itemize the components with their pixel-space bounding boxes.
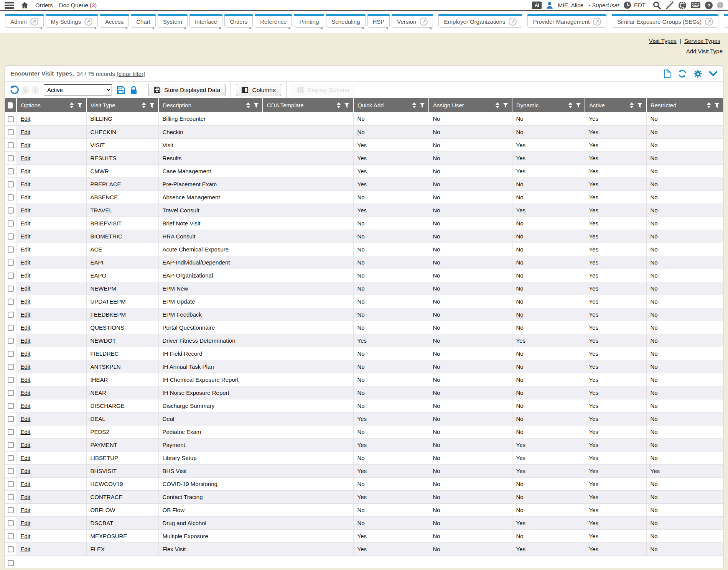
row-checkbox[interactable] bbox=[8, 155, 14, 161]
sort-icon[interactable] bbox=[568, 102, 572, 108]
open-in-new-arrow-icon[interactable]: ↗ bbox=[509, 18, 517, 26]
edit-link[interactable]: Edit bbox=[21, 350, 31, 357]
breadcrumb-doc-queue[interactable]: Doc Queue (3) bbox=[59, 2, 97, 8]
edit-link[interactable]: Edit bbox=[21, 311, 31, 318]
row-checkbox[interactable] bbox=[8, 207, 14, 214]
row-checkbox[interactable] bbox=[8, 351, 14, 357]
row-checkbox[interactable] bbox=[8, 533, 14, 539]
row-checkbox[interactable] bbox=[8, 377, 14, 383]
edit-link[interactable]: Edit bbox=[21, 259, 31, 266]
edit-link[interactable]: Edit bbox=[21, 429, 31, 435]
home-icon[interactable] bbox=[20, 1, 29, 10]
edit-link[interactable]: Edit bbox=[21, 233, 31, 240]
tab-reference[interactable]: Reference bbox=[255, 14, 292, 28]
prev-page-button[interactable]: ‹ bbox=[21, 86, 29, 94]
filter-funnel-icon[interactable] bbox=[254, 103, 259, 108]
tab-similar-exposure-groups-segs-[interactable]: Similar Exposure Groups (SEGs) ↗ bbox=[612, 14, 718, 28]
row-checkbox[interactable] bbox=[8, 364, 14, 370]
select-all-checkbox[interactable] bbox=[8, 102, 13, 108]
new-document-icon[interactable] bbox=[663, 69, 671, 78]
row-checkbox[interactable] bbox=[8, 260, 14, 266]
row-checkbox[interactable] bbox=[8, 325, 14, 331]
row-checkbox[interactable] bbox=[8, 455, 14, 461]
tab-hsp[interactable]: HSP bbox=[367, 14, 390, 28]
row-checkbox[interactable] bbox=[8, 416, 14, 422]
edit-link[interactable]: Edit bbox=[21, 246, 31, 253]
row-checkbox[interactable] bbox=[8, 246, 14, 253]
row-checkbox[interactable] bbox=[8, 312, 14, 318]
filter-funnel-icon[interactable] bbox=[503, 103, 508, 108]
edit-link[interactable]: Edit bbox=[21, 494, 31, 500]
open-in-new-arrow-icon[interactable]: ↗ bbox=[593, 18, 601, 26]
row-checkbox[interactable] bbox=[8, 233, 14, 240]
edit-link[interactable]: Edit bbox=[21, 468, 31, 474]
columns-button[interactable]: Columns bbox=[236, 84, 281, 96]
row-checkbox[interactable] bbox=[8, 520, 14, 526]
row-checkbox[interactable] bbox=[8, 546, 14, 552]
tab-interface[interactable]: Interface bbox=[189, 14, 222, 28]
ai-badge[interactable]: AI bbox=[532, 2, 542, 9]
edit-link[interactable]: Edit bbox=[21, 507, 31, 513]
row-checkbox[interactable] bbox=[8, 181, 14, 187]
row-checkbox[interactable] bbox=[8, 403, 14, 409]
globe-icon[interactable] bbox=[678, 1, 687, 10]
sort-icon[interactable] bbox=[630, 102, 634, 108]
collapse-chevron-icon[interactable] bbox=[709, 71, 718, 77]
row-checkbox[interactable] bbox=[8, 129, 14, 135]
edit-link[interactable]: Edit bbox=[21, 220, 31, 227]
row-checkbox[interactable] bbox=[8, 168, 14, 174]
tab-orders[interactable]: Orders bbox=[224, 14, 253, 28]
clock-icon[interactable] bbox=[623, 1, 631, 9]
store-displayed-data-button[interactable]: Store Displayed Data bbox=[148, 84, 226, 96]
sort-icon[interactable] bbox=[70, 102, 74, 108]
search-icon[interactable] bbox=[652, 1, 661, 10]
user-name[interactable]: MIE, Alice bbox=[558, 2, 583, 8]
sort-icon[interactable] bbox=[496, 102, 499, 108]
hamburger-menu-icon[interactable] bbox=[5, 2, 14, 9]
sort-icon[interactable] bbox=[707, 102, 711, 108]
edit-link[interactable]: Edit bbox=[21, 389, 31, 396]
edit-link[interactable]: Edit bbox=[21, 285, 31, 292]
add-visit-type-link[interactable]: Add Visit Type bbox=[686, 48, 723, 54]
tab-system[interactable]: System bbox=[158, 14, 188, 28]
edit-link[interactable]: Edit bbox=[21, 324, 31, 331]
edit-link[interactable]: Edit bbox=[21, 533, 31, 539]
tab-work-locations[interactable]: Work Locations ↗ bbox=[724, 14, 728, 28]
open-in-new-arrow-icon[interactable]: ↗ bbox=[420, 18, 428, 26]
row-checkbox[interactable] bbox=[8, 429, 14, 435]
user-icon[interactable] bbox=[545, 1, 554, 10]
row-checkbox[interactable] bbox=[8, 442, 14, 448]
edit-link[interactable]: Edit bbox=[21, 272, 31, 279]
tab-admin[interactable]: Admin ↗ bbox=[5, 14, 44, 28]
tab-version[interactable]: Version ↗ bbox=[392, 14, 433, 28]
row-checkbox[interactable] bbox=[8, 273, 14, 279]
breadcrumb-orders[interactable]: Orders bbox=[35, 2, 53, 8]
row-checkbox[interactable] bbox=[8, 481, 14, 487]
tab-employer-organizations[interactable]: Employer Organizations ↗ bbox=[438, 14, 522, 28]
filter-funnel-icon[interactable] bbox=[637, 103, 642, 108]
row-checkbox[interactable] bbox=[8, 299, 14, 305]
filter-funnel-icon[interactable] bbox=[420, 103, 425, 108]
tab-my-settings[interactable]: My Settings ↗ bbox=[46, 14, 98, 28]
edit-link[interactable]: Edit bbox=[21, 337, 31, 344]
sort-icon[interactable] bbox=[142, 102, 146, 108]
edit-link[interactable]: Edit bbox=[21, 520, 31, 526]
sort-icon[interactable] bbox=[337, 102, 341, 108]
row-checkbox[interactable] bbox=[8, 220, 14, 227]
sort-icon[interactable] bbox=[246, 102, 250, 108]
edit-link[interactable]: Edit bbox=[21, 402, 31, 409]
undo-icon[interactable] bbox=[10, 85, 19, 95]
visit-types-link[interactable]: Visit Types bbox=[649, 38, 677, 44]
filter-funnel-icon[interactable] bbox=[77, 103, 82, 108]
open-in-new-arrow-icon[interactable]: ↗ bbox=[30, 18, 38, 26]
edit-link[interactable]: Edit bbox=[21, 546, 31, 552]
filter-funnel-icon[interactable] bbox=[344, 103, 349, 108]
footer-select-all-checkbox[interactable] bbox=[8, 560, 14, 566]
row-checkbox[interactable] bbox=[8, 390, 14, 396]
gear-icon[interactable] bbox=[693, 69, 702, 78]
edit-link[interactable]: Edit bbox=[21, 129, 31, 135]
edit-link[interactable]: Edit bbox=[21, 376, 31, 383]
edit-link[interactable]: Edit bbox=[21, 416, 31, 422]
edit-link[interactable]: Edit bbox=[21, 442, 31, 448]
edit-link[interactable]: Edit bbox=[21, 298, 31, 305]
